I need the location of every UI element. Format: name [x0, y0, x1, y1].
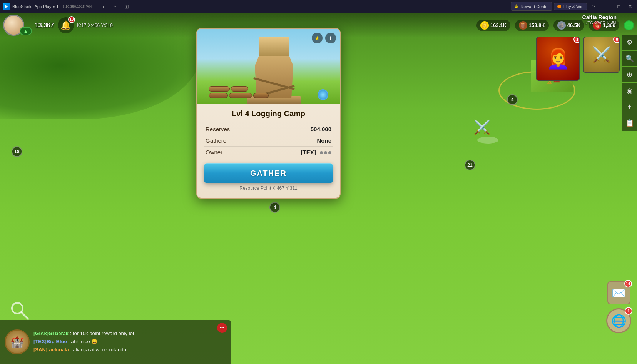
chat-name-giak[interactable]: [GIAk]GI berak	[33, 331, 69, 336]
svg-line-1	[21, 312, 28, 319]
stone-icon: 🪨	[557, 21, 566, 30]
notif-badge-8: 8	[613, 37, 620, 43]
reserves-value: 504,000	[262, 124, 333, 135]
chat-message-1: [GIAk]GI berak : for 10k point reward on…	[33, 330, 226, 338]
star-icon: ★	[314, 35, 320, 42]
mail-icon: ✉️	[612, 286, 626, 300]
sidebar-icon-3[interactable]: ⊕	[622, 67, 637, 82]
globe-badge: 1	[625, 307, 632, 315]
gold-resource: 🪙 163.1K	[476, 20, 510, 31]
bottom-right-ui: ✉️ 14 🌐 1	[606, 281, 631, 333]
window-controls: — □ ✕	[602, 1, 635, 12]
magnifier-area	[8, 299, 31, 322]
gold-value: 163.1K	[490, 22, 507, 28]
region-name: Caltia Region	[582, 14, 617, 20]
chat-message-2: [TEX]Big Blue : ahh nice 😄	[33, 338, 226, 346]
popup-blue-orb[interactable]	[318, 89, 328, 100]
popup-footer: Resource Point X:467 Y:311	[204, 183, 333, 192]
chat-messages: [GIAk]GI berak : for 10k point reward on…	[33, 330, 226, 354]
popup-stats-table: Reserves 504,000 Gatherer None Owner [TE…	[204, 124, 333, 158]
dot-1	[320, 151, 323, 154]
maximize-button[interactable]: □	[614, 1, 624, 12]
gatherer-label: Gatherer	[204, 135, 262, 147]
popup-title: Lvl 4 Logging Camp	[204, 109, 333, 118]
smoke-effect	[477, 137, 498, 144]
popup-info-button[interactable]: i	[325, 33, 336, 43]
reward-center-label: Reward Center	[520, 4, 549, 9]
level-up-icon: ▲	[23, 28, 28, 34]
reserves-label: Reserves	[204, 124, 262, 135]
logging-camp-popup[interactable]: i ★ Lvl 4 Logging Camp Reserves 504,000 …	[196, 28, 341, 199]
troops-marker: ⚔️	[473, 119, 491, 135]
sidebar-icon-1[interactable]: ⚙	[622, 35, 637, 50]
map-number-4b: 4	[269, 202, 280, 213]
left-action-icon[interactable]: 🔔 10	[58, 17, 74, 33]
stone-value: 46.5K	[567, 22, 581, 28]
popup-image-area: i ★	[197, 29, 340, 104]
close-button[interactable]: ✕	[625, 1, 635, 12]
gather-button[interactable]: GATHER	[204, 163, 333, 183]
owner-dots	[320, 151, 331, 154]
wood-value: 153.8K	[529, 22, 545, 28]
help-button[interactable]: ?	[589, 1, 599, 12]
minimize-button[interactable]: —	[602, 1, 613, 12]
chat-name-san[interactable]: [SAN]faelcoala	[33, 347, 69, 352]
player-power: 13,367	[35, 22, 54, 29]
notification-badge-10: 10	[68, 16, 75, 23]
sidebar-icon-4[interactable]: ◉	[622, 83, 637, 99]
chat-message-3: [SAN]faelcoala : aliança ativa recrutand…	[33, 346, 226, 354]
notification-area: 👩‍🦰 1 ⚔️ 8	[536, 37, 620, 81]
owner-value: [TEX]	[262, 147, 333, 158]
gold-icon: 🪙	[480, 21, 489, 30]
play-win-button[interactable]: Play & Win	[554, 3, 587, 10]
magnifier-icon[interactable]	[8, 299, 31, 322]
owner-label: Owner	[204, 147, 262, 158]
wood-icon: 🪵	[519, 21, 527, 30]
chat-options-button[interactable]: •••	[217, 323, 227, 333]
mail-button[interactable]: ✉️ 14	[607, 281, 630, 304]
region-time: UTC 02/07 14:51	[582, 20, 617, 25]
chat-area: 🏰 [GIAk]GI berak : for 10k point reward …	[0, 320, 231, 364]
hud-coordinates: K:17 X:466 Y:310	[77, 23, 113, 28]
reward-center-button[interactable]: ♛ Reward Center	[511, 2, 552, 11]
gatherer-row: Gatherer None	[204, 135, 333, 147]
character-notif-1[interactable]: 👩‍🦰 1	[536, 37, 580, 81]
bs-right-area: ♛ Reward Center Play & Win ? — □ ✕	[511, 1, 637, 12]
play-win-dot	[557, 5, 561, 8]
wood-resource: 🪵 153.8K	[515, 20, 549, 31]
bluestacks-logo: ▶ BlueStacks App Player 1 5.10.350.1015 …	[0, 3, 95, 10]
region-text: Caltia Region UTC 02/07 14:51	[582, 14, 617, 25]
sidebar-icon-5[interactable]: ✦	[622, 99, 637, 115]
chat-name-tex[interactable]: [TEX]Big Blue	[33, 339, 67, 344]
popup-star-button[interactable]: ★	[312, 33, 323, 43]
sidebar-icon-6[interactable]: 📋	[622, 115, 637, 131]
gatherer-value: None	[262, 135, 333, 147]
character-notif-2[interactable]: ⚔️ 8	[583, 37, 620, 73]
bs-title: BlueStacks App Player 1	[12, 4, 59, 9]
back-button[interactable]: ‹	[98, 1, 109, 12]
map-number-4a: 4	[507, 94, 518, 105]
reserves-row: Reserves 504,000	[204, 124, 333, 135]
guild-icon[interactable]: 🏰	[5, 329, 30, 354]
crown-icon: ♛	[514, 3, 519, 9]
chat-text-3: : aliança ativa recrutando	[70, 347, 126, 352]
home-button[interactable]: ⌂	[110, 1, 120, 12]
dot-3	[328, 151, 331, 154]
owner-row: Owner [TEX]	[204, 147, 333, 158]
bs-nav-icons: ‹ ⌂ ⊞	[98, 1, 132, 12]
info-icon: i	[330, 35, 331, 41]
popup-content: Lvl 4 Logging Camp Reserves 504,000 Gath…	[197, 104, 340, 198]
sidebar-icon-2[interactable]: 🔍	[622, 51, 637, 66]
notif-badge-1: 1	[573, 37, 580, 43]
bs-icon: ▶	[3, 3, 10, 10]
region-info: Caltia Region UTC 02/07 14:51	[579, 13, 620, 27]
multi-button[interactable]: ⊞	[121, 1, 132, 12]
map-number-21: 21	[465, 160, 475, 170]
chat-text-2: : ahh nice 😄	[68, 339, 97, 344]
bluestacks-titlebar: ▶ BlueStacks App Player 1 5.10.350.1015 …	[0, 0, 637, 13]
mail-badge: 14	[624, 280, 632, 287]
play-win-label: Play & Win	[563, 4, 583, 9]
add-resource-button[interactable]: +	[624, 20, 634, 30]
right-sidebar: ⚙ 🔍 ⊕ ◉ ✦ 📋	[622, 35, 637, 131]
globe-button[interactable]: 🌐 1	[606, 308, 631, 333]
